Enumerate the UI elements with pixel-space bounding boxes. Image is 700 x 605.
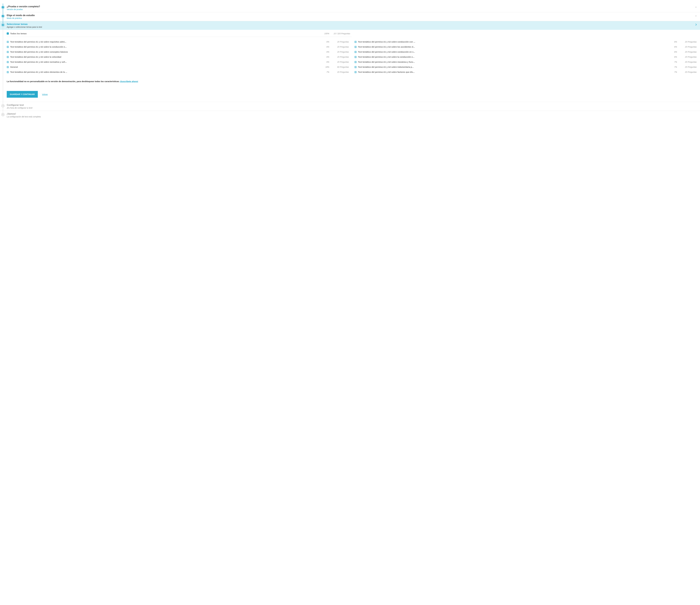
checkbox-topic[interactable] <box>7 61 9 63</box>
topic-pct: 18% <box>323 66 329 68</box>
check-icon <box>7 71 8 73</box>
topic-pct: 7% <box>670 61 677 63</box>
topic-label: Test temático del permiso A1 y A2 sobre … <box>358 66 670 68</box>
chevron-right-icon <box>696 23 697 26</box>
back-link[interactable]: Volver <box>42 93 48 96</box>
checkbox-topic[interactable] <box>7 51 9 53</box>
check-icon <box>2 6 4 8</box>
topic-row: Test temático del permiso A1 y A2 sobre … <box>354 64 697 70</box>
check-icon <box>355 71 356 73</box>
topic-label: Test temático del permiso A1 y A2 sobre … <box>358 46 670 48</box>
step-4-title: Configurar test <box>7 104 697 106</box>
topics-column-right: Test temático del permiso A1 y A2 sobre … <box>354 39 697 75</box>
checkbox-topic[interactable] <box>354 46 356 48</box>
check-icon <box>7 41 8 43</box>
topic-count: 20 Preguntas <box>329 71 349 73</box>
topic-row: Test temático del permiso A1 y A2 sobre … <box>7 39 349 44</box>
topic-row: Test temático del permiso A1 y A2 sobre … <box>354 70 697 75</box>
topic-label: Test temático del permiso A1 y A2 sobre … <box>10 61 323 63</box>
check-icon <box>355 66 356 68</box>
topic-pct: 6% <box>323 41 329 43</box>
topic-row: Test temático del permiso A1 y A2 sobre … <box>7 59 349 64</box>
checkbox-all-topics[interactable] <box>7 32 9 34</box>
step-3-header[interactable]: Seleccionar temas Agregar o seleccionar … <box>0 21 700 30</box>
topic-row: Test temático del permiso A1 y A2 sobre … <box>354 49 697 54</box>
step-2-title: Elige el modo de estudio <box>7 14 695 17</box>
topic-label: Test temático del permiso A1 y A2 sobre … <box>358 61 670 63</box>
topic-row: Test temático del permiso A1 y A2 sobre … <box>354 59 697 64</box>
topics-all-row: Todos los temas 100% 10 / 320 Preguntas <box>7 32 352 37</box>
topic-row: Test temático del permiso A1 y A2 sobre … <box>7 49 349 54</box>
step-1-title: ¿Prueba o versión completa? <box>7 5 695 8</box>
save-continue-button[interactable]: GUARDAR Y CONTINUAR <box>7 91 38 98</box>
topic-pct: 6% <box>670 41 677 43</box>
topic-count: 20 Preguntas <box>329 61 349 63</box>
topic-count: 20 Preguntas <box>329 41 349 43</box>
topic-label: Test temático del permiso A1 y A2 sobre … <box>10 71 323 73</box>
step-3-marker: 3 <box>1 23 4 26</box>
topic-label: General <box>10 66 323 68</box>
step-3: 3 Seleccionar temas Agregar o selecciona… <box>0 21 700 102</box>
checkbox-topic[interactable] <box>7 46 9 48</box>
check-icon <box>355 56 356 58</box>
step-1-header[interactable]: ¿Prueba o versión completa? Versión de p… <box>0 3 700 12</box>
all-topics-pct: 100% <box>321 32 329 35</box>
step-2-header[interactable]: Elige el modo de estudio Modo de práctic… <box>0 12 700 21</box>
chevron-down-icon <box>695 5 697 8</box>
all-topics-label: Todos los temas <box>10 32 321 35</box>
checkbox-topic[interactable] <box>354 71 356 73</box>
topic-pct: 7% <box>670 71 677 73</box>
checkbox-topic[interactable] <box>7 41 9 43</box>
topic-count: 20 Preguntas <box>677 46 697 48</box>
all-topics-count: 10 / 320 Preguntas <box>329 32 352 35</box>
step-5-header[interactable]: ¡Vamos! La configuración del test está c… <box>0 111 700 120</box>
topic-row: Test temático del permiso A1 y A2 sobre … <box>7 44 349 49</box>
topic-label: Test temático del permiso A1 y A2 sobre … <box>10 51 323 53</box>
topic-row: Test temático del permiso A1 y A2 sobre … <box>354 39 697 44</box>
checkbox-topic[interactable] <box>354 61 356 63</box>
check-icon <box>7 56 8 58</box>
demo-notice: La funcionalidad no es personalizable en… <box>7 80 697 83</box>
checkbox-topic[interactable] <box>354 51 356 53</box>
step-actions: GUARDAR Y CONTINUAR Volver <box>7 91 697 98</box>
topic-row: Test temático del permiso A1 y A2 sobre … <box>354 44 697 49</box>
topic-pct: 6% <box>670 56 677 58</box>
chevron-down-icon <box>695 14 697 17</box>
check-icon <box>7 61 8 63</box>
topics-column-left: Test temático del permiso A1 y A2 sobre … <box>7 39 349 75</box>
checkbox-topic[interactable] <box>7 71 9 73</box>
checkbox-topic[interactable] <box>7 56 9 58</box>
checkbox-topic[interactable] <box>354 56 356 58</box>
check-icon <box>355 46 356 48</box>
checkbox-topic[interactable] <box>354 41 356 43</box>
topic-count: 20 Preguntas <box>677 51 697 53</box>
demo-notice-text: La funcionalidad no es personalizable en… <box>7 80 120 83</box>
topic-label: Test temático del permiso A1 y A2 sobre … <box>358 51 670 53</box>
topic-label: Test temático del permiso A1 y A2 sobre … <box>358 41 670 43</box>
checkbox-topic[interactable] <box>354 66 356 68</box>
step-4-header[interactable]: Configurar test ¡Es hora de configurar t… <box>0 102 700 111</box>
topic-label: Test temático del permiso A1 y A2 sobre … <box>10 46 323 48</box>
checkbox-topic[interactable] <box>7 66 9 68</box>
topic-count: 20 Preguntas <box>677 56 697 58</box>
check-icon <box>7 46 8 48</box>
step-1-marker <box>1 6 4 9</box>
step-4-subtitle: ¡Es hora de configurar tu test! <box>7 107 697 109</box>
step-4: 4 Configurar test ¡Es hora de configurar… <box>0 102 700 111</box>
subscribe-link[interactable]: ¡Suscríbete ahora! <box>120 80 138 83</box>
step-5-marker: 5 <box>1 113 4 116</box>
step-2-subtitle: Modo de práctica <box>7 17 695 19</box>
step-2: Elige el modo de estudio Modo de práctic… <box>0 12 700 21</box>
topic-count: 20 Preguntas <box>329 46 349 48</box>
topic-count: 20 Preguntas <box>329 56 349 58</box>
check-icon <box>7 51 8 53</box>
check-icon <box>355 51 356 53</box>
step-3-body: Todos los temas 100% 10 / 320 Preguntas … <box>0 30 700 102</box>
topic-label: Test temático del permiso A1 y A2 sobre … <box>358 56 670 58</box>
step-3-title: Seleccionar temas <box>7 23 696 26</box>
topic-pct: 6% <box>670 51 677 53</box>
step-5-subtitle: La configuración del test está completa <box>7 115 697 118</box>
step-1-subtitle: Versión de prueba <box>7 8 695 10</box>
topic-pct: 6% <box>323 51 329 53</box>
step-4-marker: 4 <box>1 104 4 107</box>
